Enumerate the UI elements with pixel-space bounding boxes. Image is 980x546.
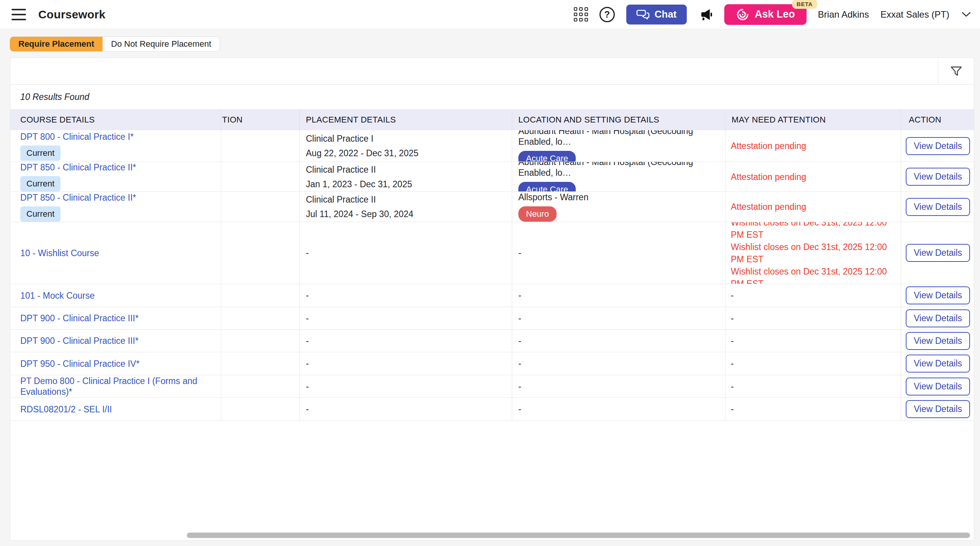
location-empty: - (518, 248, 521, 258)
view-details-button[interactable]: View Details (906, 137, 970, 155)
column-header-location: LOCATION AND SETTING DETAILS (512, 109, 725, 130)
view-details-button[interactable]: View Details (906, 286, 970, 304)
course-link[interactable]: PT Demo 800 - Clinical Practice I (Forms… (20, 376, 221, 397)
attention-empty: - (731, 358, 734, 369)
placement-empty: - (306, 381, 309, 392)
course-link[interactable]: 10 - Wishlist Course (20, 248, 99, 258)
placement-details-cell: Clinical Practice IAug 22, 2022 - Dec 31… (300, 130, 512, 162)
table-row: DPT 950 - Clinical Practice IV*---View D… (10, 352, 974, 375)
course-link[interactable]: 101 - Mock Course (20, 290, 95, 301)
placement-dates: Jan 1, 2023 - Dec 31, 2025 (306, 179, 412, 190)
attention-message: Attestation pending (731, 171, 806, 183)
view-details-button[interactable]: View Details (906, 332, 970, 350)
location-setting-cell: - (512, 330, 725, 352)
column-header-attention: MAY NEED ATTENTION (725, 109, 901, 130)
placement-details-cell: - (300, 375, 512, 397)
attention-cell: Attestation pending (725, 130, 901, 162)
placement-details-cell: - (300, 222, 512, 284)
placement-empty: - (306, 313, 309, 324)
tab-require-placement[interactable]: Require Placement (10, 37, 103, 51)
location-empty: - (518, 404, 521, 414)
location-setting-cell: Allsports - WarrenNeuro (512, 192, 725, 222)
view-details-button[interactable]: View Details (906, 400, 970, 418)
topbar-actions: ? Chat (574, 4, 980, 25)
chevron-down-icon[interactable] (961, 11, 972, 18)
location-setting-cell: - (512, 398, 725, 420)
page-title: Coursework (38, 8, 105, 21)
course-link[interactable]: DPT 850 - Clinical Practice II* (20, 162, 136, 173)
placement-details-cell: Clinical Practice IIJan 1, 2023 - Dec 31… (300, 162, 512, 191)
location-name: Allsports - Warren (518, 192, 588, 203)
beta-badge: BETA (792, 0, 817, 9)
filter-bar (10, 58, 974, 85)
action-cell: View Details (901, 130, 974, 162)
action-cell: View Details (901, 352, 974, 375)
attention-cell: - (725, 375, 901, 397)
view-details-button[interactable]: View Details (906, 198, 970, 216)
horizontal-scrollbar[interactable] (10, 532, 974, 539)
location-name: Abundant Health - Main Hospital (Geocodi… (518, 130, 725, 147)
placement-empty: - (306, 358, 309, 369)
location-empty: - (518, 381, 521, 392)
view-details-button[interactable]: View Details (906, 378, 970, 396)
tion-cell (221, 284, 300, 307)
table-row: DPT 850 - Clinical Practice II*CurrentCl… (10, 192, 974, 222)
app-launcher-icon[interactable] (574, 7, 588, 21)
placement-details-cell: - (300, 307, 512, 329)
help-icon[interactable]: ? (599, 7, 615, 22)
leo-logo-icon (736, 8, 750, 21)
placement-details-cell: - (300, 352, 512, 375)
location-setting-cell: Abundant Health - Main Hospital (Geocodi… (512, 162, 725, 191)
attention-message: Attestation pending (731, 140, 806, 152)
action-cell: View Details (901, 375, 974, 397)
megaphone-icon[interactable] (698, 7, 713, 22)
placement-name: Clinical Practice II (306, 194, 376, 205)
column-header-course: COURSE DETAILS (10, 109, 221, 130)
horizontal-scrollbar-thumb[interactable] (187, 533, 970, 538)
course-link[interactable]: RDSL08201/2 - SEL I/II (20, 404, 112, 415)
top-app-bar: Coursework ? Chat (0, 0, 980, 29)
course-link[interactable]: DPT 800 - Clinical Practice I* (20, 131, 134, 142)
ask-leo-wrap: Ask Leo BETA (724, 4, 807, 25)
table-row: 101 - Mock Course---View Details (10, 284, 974, 307)
attention-message: Wishlist closes on Dec 31st, 2025 12:00 … (731, 241, 901, 265)
attention-cell: - (725, 330, 901, 352)
placement-tabs: Require PlacementDo Not Require Placemen… (10, 37, 220, 51)
tab-do-not-require-placement[interactable]: Do Not Require Placement (103, 37, 220, 51)
location-setting-cell: - (512, 222, 725, 284)
tion-cell (221, 192, 300, 222)
chat-button[interactable]: Chat (626, 5, 687, 25)
chat-button-label: Chat (655, 8, 677, 20)
course-details-cell: DPT 900 - Clinical Practice III* (10, 307, 221, 329)
location-setting-cell: - (512, 307, 725, 329)
ask-leo-label: Ask Leo (755, 8, 795, 20)
location-empty: - (518, 336, 521, 346)
course-details-cell: DPT 800 - Clinical Practice I*Current (10, 130, 221, 162)
course-link[interactable]: DPT 900 - Clinical Practice III* (20, 313, 139, 324)
course-link[interactable]: DPT 850 - Clinical Practice II* (20, 192, 136, 203)
view-details-button[interactable]: View Details (906, 309, 970, 327)
course-link[interactable]: DPT 900 - Clinical Practice III* (20, 335, 139, 346)
table-row: RDSL08201/2 - SEL I/II---View Details (10, 398, 974, 421)
placement-details-cell: - (300, 284, 512, 307)
org-name: Exxat Sales (PT) (880, 9, 949, 20)
current-badge: Current (20, 176, 60, 191)
attention-message: Wishlist closes on Dec 31st, 2025 12:00 … (731, 222, 901, 241)
attention-cell: - (725, 352, 901, 375)
location-name: Abundant Health - Main Hospital (Geocodi… (518, 162, 725, 178)
placement-dates: Aug 22, 2022 - Dec 31, 2025 (306, 148, 418, 159)
course-link[interactable]: DPT 950 - Clinical Practice IV* (20, 358, 139, 369)
view-details-button[interactable]: View Details (906, 168, 970, 186)
view-details-button[interactable]: View Details (906, 355, 970, 373)
column-header-placement: PLACEMENT DETAILS (300, 109, 512, 130)
column-header-action: ACTION (901, 109, 974, 130)
setting-badge: Acute Care (518, 151, 576, 162)
tion-cell (221, 330, 300, 352)
hamburger-menu-icon[interactable] (11, 9, 26, 20)
attention-cell: - (725, 307, 901, 329)
table-row: DPT 900 - Clinical Practice III*---View … (10, 307, 974, 330)
filter-button[interactable] (938, 58, 974, 84)
location-empty: - (518, 313, 521, 324)
view-details-button[interactable]: View Details (906, 244, 970, 262)
action-cell: View Details (901, 284, 974, 307)
